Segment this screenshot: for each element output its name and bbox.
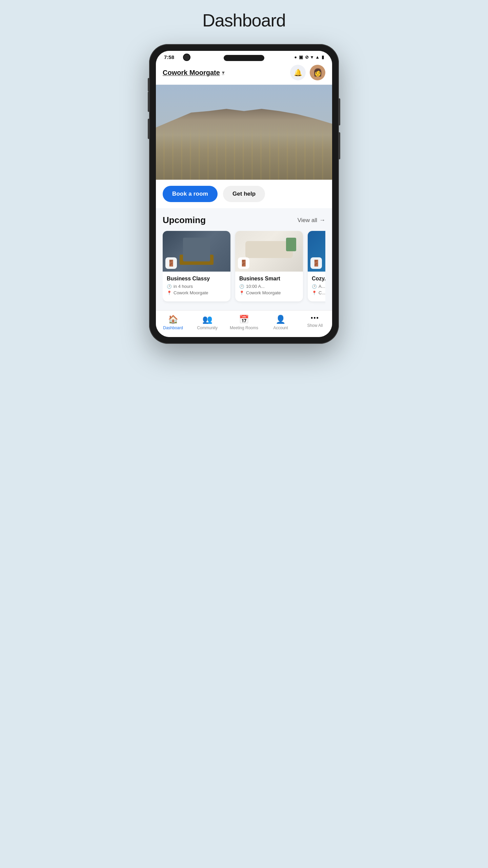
nav-show-all[interactable]: ••• Show All — [303, 315, 327, 330]
get-help-button[interactable]: Get help — [223, 186, 265, 202]
card-image-3: 🚪 — [308, 231, 325, 272]
front-camera — [183, 54, 190, 61]
nav-community-label: Community — [197, 326, 218, 330]
card-image-2: 🚪 — [235, 231, 303, 272]
booking-card[interactable]: 🚪 Business Classy 🕐 in 4 hours 📍 Cowork … — [163, 231, 230, 301]
location-icon-3: 📍 — [312, 291, 317, 295]
bottom-navigation: 🏠 Dashboard 👥 Community 📅 Meeting Rooms … — [156, 310, 332, 337]
power-button-2 — [339, 132, 340, 159]
arrow-right-icon: → — [319, 217, 325, 224]
profile-avatar-button[interactable]: 👩 — [310, 65, 325, 80]
card-location-label-1: Cowork Moorgate — [174, 290, 208, 295]
room-icon-1: 🚪 — [165, 257, 177, 269]
card-location-3: 📍 C... — [312, 290, 325, 295]
clock-icon-3: 🕐 — [312, 284, 317, 289]
status-time: 7:58 — [164, 54, 174, 60]
room-icon-2: 🚪 — [238, 257, 249, 269]
location-icon-1: 📍 — [167, 291, 172, 295]
hero-image — [156, 85, 332, 180]
card-name-2: Business Smart — [239, 276, 299, 282]
clock-icon-2: 🕐 — [239, 284, 244, 289]
location-icon-2: 📍 — [239, 291, 244, 295]
card-time-2: 🕐 10:00 A... — [239, 284, 299, 289]
booking-card[interactable]: 🚪 Business Smart 🕐 10:00 A... 📍 Cowork M… — [235, 231, 303, 301]
nav-account-label: Account — [273, 326, 288, 330]
action-buttons-container: Book a room Get help — [156, 180, 332, 208]
home-icon: 🏠 — [168, 315, 178, 324]
more-icon: ••• — [311, 315, 319, 322]
card-name-3: Cozy... — [312, 276, 325, 282]
view-all-link[interactable]: View all → — [298, 217, 325, 224]
card-time-label-2: 10:00 A... — [246, 284, 265, 289]
page-title: Dashboard — [202, 10, 285, 31]
volume-down-button — [148, 119, 149, 139]
signal-icon: ▲ — [315, 55, 320, 60]
wifi-icon: ▾ — [311, 55, 313, 60]
booking-cards-list: 🚪 Business Classy 🕐 in 4 hours 📍 Cowork … — [163, 231, 325, 305]
avatar-icon: 👩 — [313, 68, 322, 77]
status-bar: 7:58 ● ▣ ⊘ ▾ ▲ ▮ — [156, 51, 332, 62]
battery-level-icon: ▮ — [322, 55, 324, 60]
bell-icon: 🔔 — [294, 68, 302, 77]
status-icons: ● ▣ ⊘ ▾ ▲ ▮ — [294, 55, 324, 60]
header-actions: 🔔 👩 — [290, 65, 325, 80]
card-location-label-3: C... — [319, 290, 325, 295]
room-icon-3: 🚪 — [310, 257, 322, 269]
do-not-disturb-icon: ⊘ — [305, 55, 309, 60]
notifications-button[interactable]: 🔔 — [290, 65, 306, 80]
card-time-label-3: A... — [319, 284, 325, 289]
section-header: Upcoming View all → — [163, 215, 325, 225]
clock-icon-1: 🕐 — [167, 284, 172, 289]
phone-frame: 7:58 ● ▣ ⊘ ▾ ▲ ▮ Cowork Moorgate ▾ 🔔 — [149, 44, 339, 344]
nav-community[interactable]: 👥 Community — [196, 315, 219, 330]
upcoming-title: Upcoming — [163, 215, 206, 225]
community-icon: 👥 — [202, 315, 212, 324]
phone-screen: 7:58 ● ▣ ⊘ ▾ ▲ ▮ Cowork Moorgate ▾ 🔔 — [156, 51, 332, 337]
nav-meeting-rooms[interactable]: 📅 Meeting Rooms — [230, 315, 258, 330]
nav-dashboard-label: Dashboard — [163, 326, 183, 330]
location-name: Cowork Moorgate — [163, 69, 220, 77]
view-all-label: View all — [298, 217, 317, 224]
card-time-1: 🕐 in 4 hours — [167, 284, 226, 289]
card-time-3: 🕐 A... — [312, 284, 325, 289]
card-location-label-2: Cowork Moorgate — [246, 290, 281, 295]
nav-show-all-label: Show All — [307, 323, 323, 328]
chevron-down-icon: ▾ — [222, 70, 224, 75]
app-header: Cowork Moorgate ▾ 🔔 👩 — [156, 62, 332, 85]
upcoming-section: Upcoming View all → 🚪 Business Classy — [156, 208, 332, 310]
power-button — [339, 98, 340, 125]
card-body-3: Cozy... 🕐 A... 📍 C... — [308, 272, 325, 301]
card-name-1: Business Classy — [167, 276, 226, 282]
nav-dashboard[interactable]: 🏠 Dashboard — [161, 315, 185, 330]
mute-button — [148, 78, 149, 92]
card-body-1: Business Classy 🕐 in 4 hours 📍 Cowork Mo… — [163, 272, 230, 301]
card-location-2: 📍 Cowork Moorgate — [239, 290, 299, 295]
nav-account[interactable]: 👤 Account — [269, 315, 292, 330]
volume-up-button — [148, 92, 149, 112]
card-location-1: 📍 Cowork Moorgate — [167, 290, 226, 295]
battery-icon: ▣ — [299, 55, 303, 60]
person-icon: 👤 — [276, 315, 286, 324]
calendar-icon: 📅 — [239, 315, 249, 324]
card-image-1: 🚪 — [163, 231, 230, 272]
booking-card[interactable]: 🚪 Cozy... 🕐 A... 📍 C... — [308, 231, 325, 301]
card-time-label-1: in 4 hours — [174, 284, 193, 289]
hero-overlay — [156, 85, 332, 180]
location-selector[interactable]: Cowork Moorgate ▾ — [163, 69, 224, 77]
nav-meeting-rooms-label: Meeting Rooms — [230, 326, 258, 330]
card-body-2: Business Smart 🕐 10:00 A... 📍 Cowork Moo… — [235, 272, 303, 301]
book-room-button[interactable]: Book a room — [163, 186, 218, 202]
notification-icon: ● — [294, 55, 297, 60]
